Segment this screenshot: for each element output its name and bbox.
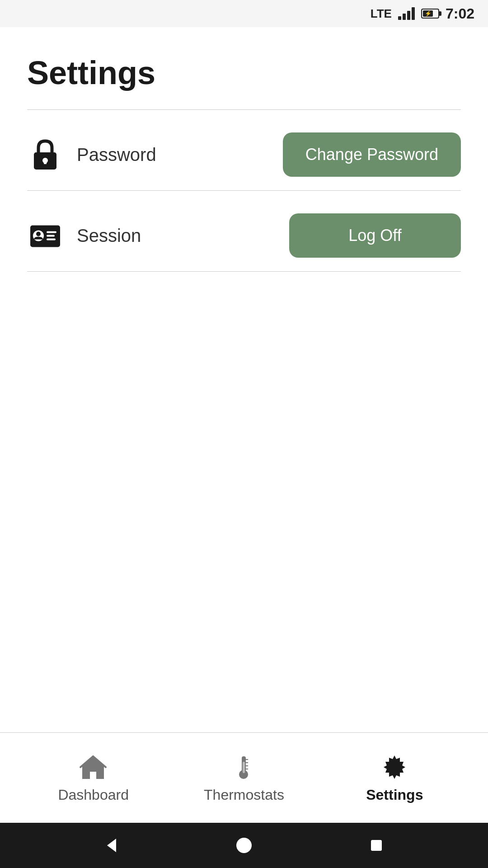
id-card-icon (27, 220, 63, 251)
svg-point-5 (36, 232, 41, 236)
back-button[interactable] (103, 836, 121, 854)
thermometer-icon (229, 753, 258, 782)
nav-item-settings[interactable]: Settings (349, 753, 440, 803)
system-nav (0, 823, 488, 868)
status-icons: LTE ⚡ 7:02 (371, 5, 474, 22)
svg-rect-6 (47, 231, 56, 233)
page-title: Settings (27, 54, 461, 91)
svg-point-18 (392, 765, 397, 769)
gear-icon (380, 753, 409, 782)
bottom-divider (27, 271, 461, 272)
svg-rect-2 (44, 160, 47, 164)
nav-label-thermostats: Thermostats (204, 787, 284, 803)
session-label: Session (63, 226, 289, 246)
status-bar: LTE ⚡ 7:02 (0, 0, 488, 27)
main-content: Settings Password Change Password (0, 27, 488, 732)
svg-marker-19 (107, 839, 116, 852)
recents-button[interactable] (367, 836, 385, 854)
session-row: Session Log Off (27, 200, 461, 271)
svg-rect-7 (47, 235, 55, 237)
circle-home-icon (235, 836, 253, 854)
password-label: Password (63, 145, 283, 165)
battery-icon: ⚡ (421, 9, 439, 19)
nav-item-thermostats[interactable]: Thermostats (199, 753, 289, 803)
password-row: Password Change Password (27, 119, 461, 190)
bottom-nav: Dashboard Thermostats Settings (0, 732, 488, 823)
svg-rect-21 (371, 840, 382, 851)
status-time: 7:02 (446, 5, 474, 22)
log-off-button[interactable]: Log Off (289, 213, 461, 258)
recents-icon (367, 836, 385, 854)
middle-divider (27, 190, 461, 191)
svg-rect-11 (243, 762, 245, 773)
svg-rect-8 (47, 239, 56, 241)
svg-point-20 (236, 838, 252, 853)
home-button[interactable] (235, 836, 253, 854)
top-divider (27, 109, 461, 110)
signal-icon (398, 7, 415, 20)
lock-icon (27, 139, 63, 170)
nav-item-dashboard[interactable]: Dashboard (48, 753, 139, 803)
lte-indicator: LTE (371, 7, 392, 21)
nav-label-settings: Settings (366, 787, 423, 803)
back-icon (103, 836, 121, 854)
nav-label-dashboard: Dashboard (58, 787, 129, 803)
home-icon (79, 753, 108, 782)
change-password-button[interactable]: Change Password (283, 132, 461, 177)
